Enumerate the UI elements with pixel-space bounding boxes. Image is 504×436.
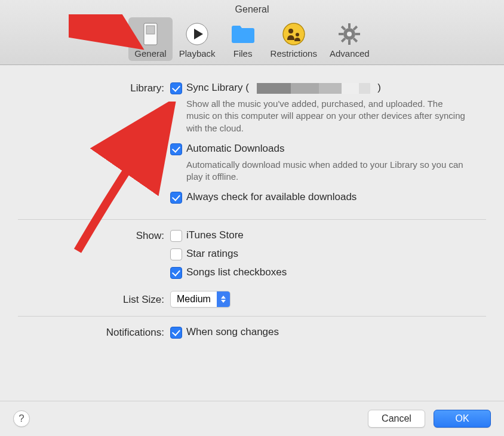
star-ratings-label: Star ratings <box>186 248 238 260</box>
files-icon <box>230 21 256 47</box>
playback-icon <box>184 21 210 47</box>
library-section: Library: Sync Library ( ) Show all the m… <box>18 82 486 212</box>
tab-restrictions[interactable]: Restrictions <box>265 17 323 61</box>
sync-label-suffix: ) <box>377 82 381 93</box>
svg-rect-8 <box>348 23 351 28</box>
preferences-toolbar: General General Playback <box>0 0 504 65</box>
song-changes-label: When song changes <box>186 326 279 338</box>
tab-general[interactable]: General <box>128 17 172 61</box>
notifications-label: Notifications: <box>18 326 170 339</box>
sync-library-desc: Show all the music you've added, purchas… <box>186 98 467 134</box>
always-check-checkbox[interactable] <box>170 192 182 204</box>
svg-rect-11 <box>355 33 360 35</box>
tab-files[interactable]: Files <box>222 17 264 61</box>
svg-point-4 <box>288 29 293 33</box>
songs-checkboxes-checkbox[interactable] <box>170 267 182 279</box>
sync-library-checkbox[interactable] <box>170 82 182 94</box>
window-title: General <box>0 2 504 17</box>
always-check-label: Always check for available downloads <box>186 191 357 203</box>
show-section: Show: iTunes Store Star ratings Songs li… <box>18 229 486 287</box>
svg-rect-10 <box>339 33 343 35</box>
divider <box>18 219 486 220</box>
svg-point-5 <box>296 33 299 36</box>
star-ratings-checkbox[interactable] <box>170 248 182 260</box>
svg-point-7 <box>347 32 352 36</box>
song-changes-checkbox[interactable] <box>170 327 182 339</box>
auto-downloads-label: Automatic Downloads <box>186 143 284 155</box>
tab-label: Playback <box>179 48 216 59</box>
select-arrows-icon <box>217 291 230 307</box>
help-button[interactable]: ? <box>13 410 30 427</box>
divider <box>18 316 486 317</box>
tab-label: Files <box>233 48 253 59</box>
tab-label: Restrictions <box>271 48 317 59</box>
tab-advanced[interactable]: Advanced <box>324 17 376 61</box>
svg-rect-9 <box>348 40 351 45</box>
advanced-icon <box>336 21 362 47</box>
sync-library-label: Sync Library ( ) <box>186 82 381 94</box>
library-label: Library: <box>18 82 170 94</box>
list-size-label: List Size: <box>18 293 170 306</box>
itunes-store-label: iTunes Store <box>186 229 244 241</box>
auto-downloads-desc: Automatically download music when added … <box>186 159 467 183</box>
tab-label: General <box>134 48 166 59</box>
toolbar-items: General Playback Files <box>0 17 504 61</box>
tab-label: Advanced <box>330 48 370 59</box>
tab-playback[interactable]: Playback <box>173 17 222 61</box>
svg-rect-1 <box>146 26 155 34</box>
show-label: Show: <box>18 229 170 242</box>
sync-label-prefix: Sync Library ( <box>186 82 249 93</box>
notifications-section: Notifications: When song changes <box>18 326 486 341</box>
auto-downloads-checkbox[interactable] <box>170 143 182 155</box>
list-size-section: List Size: Medium <box>18 291 486 308</box>
list-size-select[interactable]: Medium <box>170 291 231 308</box>
general-icon <box>137 21 164 47</box>
ok-button[interactable]: OK <box>434 410 491 428</box>
footer: ? Cancel OK <box>0 401 504 436</box>
restrictions-icon <box>281 21 307 47</box>
itunes-store-checkbox[interactable] <box>170 230 182 242</box>
svg-point-3 <box>283 23 305 45</box>
redacted-account <box>257 83 370 94</box>
cancel-button[interactable]: Cancel <box>368 410 425 428</box>
songs-checkboxes-label: Songs list checkboxes <box>186 266 287 278</box>
preferences-content: Library: Sync Library ( ) Show all the m… <box>0 65 504 355</box>
list-size-value: Medium <box>177 294 211 305</box>
